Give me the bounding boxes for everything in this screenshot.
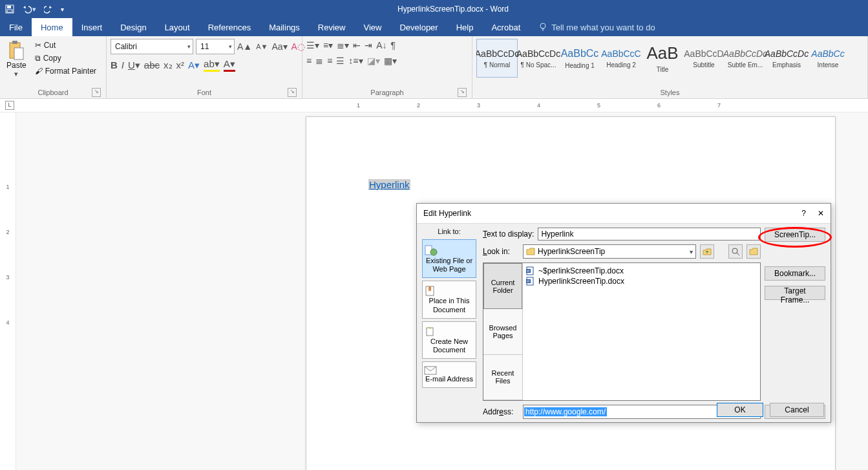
- clipboard-dialog-launcher[interactable]: ↘: [92, 88, 101, 97]
- italic-button[interactable]: I: [122, 59, 124, 70]
- redo-icon[interactable]: [44, 5, 53, 14]
- style-preview: AaBbCcC: [601, 48, 640, 59]
- justify-button[interactable]: ☰: [336, 56, 344, 66]
- svg-rect-8: [14, 48, 23, 59]
- copy-icon: ⧉: [35, 54, 41, 63]
- link-to-email-address[interactable]: E-mail Address: [422, 361, 476, 388]
- shading-button[interactable]: ◪▾: [367, 56, 380, 66]
- bullets-button[interactable]: ☰▾: [306, 40, 319, 50]
- tab-home[interactable]: Home: [32, 18, 72, 36]
- tab-references[interactable]: References: [199, 18, 260, 36]
- vertical-ruler[interactable]: 1 2 3 4: [0, 112, 16, 470]
- style-name: Emphasis: [772, 61, 801, 69]
- superscript-button[interactable]: x²: [176, 59, 185, 70]
- up-one-level-button[interactable]: [700, 244, 714, 259]
- tab-layout[interactable]: Layout: [156, 18, 199, 36]
- style-preview: AaBbCcDc: [516, 48, 560, 59]
- undo-icon[interactable]: ▾: [22, 5, 36, 14]
- style-name: ¶ Normal: [484, 61, 510, 69]
- tab-review[interactable]: Review: [309, 18, 355, 36]
- tell-me-search[interactable]: Tell me what you want to do: [529, 18, 664, 36]
- tab-selector[interactable]: L: [5, 101, 14, 110]
- browse-web-button[interactable]: [728, 244, 743, 259]
- highlight-button[interactable]: ab▾: [204, 58, 220, 72]
- tab-mailings[interactable]: Mailings: [260, 18, 309, 36]
- style-item[interactable]: AaBbCcDc¶ Normal: [476, 39, 518, 78]
- ok-button[interactable]: OK: [717, 403, 763, 417]
- paste-button[interactable]: Paste ▾: [4, 39, 29, 80]
- borders-button[interactable]: ▦▾: [384, 56, 397, 66]
- grow-font-button[interactable]: A▲: [237, 41, 252, 52]
- hyperlink-in-document[interactable]: Hyperlink: [368, 179, 410, 190]
- browsed-pages-tab[interactable]: Browsed Pages: [483, 309, 522, 354]
- format-painter-button[interactable]: 🖌 Format Painter: [33, 66, 98, 76]
- font-color-button[interactable]: A▾: [224, 58, 235, 72]
- look-in-combo[interactable]: HyperlinkScreenTip ▾: [523, 244, 696, 259]
- text-effects-button[interactable]: A▾: [188, 59, 200, 71]
- align-right-button[interactable]: ≡: [327, 56, 332, 66]
- shrink-font-button[interactable]: A▼: [256, 43, 268, 50]
- style-item[interactable]: AaBbCcDcEmphasis: [766, 39, 807, 78]
- change-case-button[interactable]: Aa▾: [271, 41, 287, 52]
- show-hide-button[interactable]: ¶: [391, 40, 396, 50]
- multilevel-list-button[interactable]: ≣▾: [337, 40, 349, 50]
- tab-insert[interactable]: Insert: [72, 18, 112, 36]
- line-spacing-button[interactable]: ↕≡▾: [348, 56, 363, 66]
- link-to-place-in-document[interactable]: Place in This Document: [422, 281, 476, 318]
- decrease-indent-button[interactable]: ⇤: [353, 40, 361, 50]
- style-preview: AaBbCcDc: [723, 48, 767, 59]
- dialog-help-button[interactable]: ?: [801, 209, 806, 218]
- tab-file[interactable]: File: [0, 18, 32, 36]
- underline-button[interactable]: U▾: [128, 59, 140, 71]
- font-size-combo[interactable]: 11: [196, 39, 235, 54]
- style-item[interactable]: AaBbCcDc¶ No Spac...: [518, 39, 559, 78]
- current-folder-tab[interactable]: Current Folder: [483, 263, 522, 309]
- word-doc-icon: W: [525, 266, 535, 275]
- style-preview: AaBbCcDc: [476, 48, 519, 59]
- font-name-combo[interactable]: Calibri: [111, 39, 193, 54]
- recent-files-tab[interactable]: Recent Files: [483, 355, 522, 400]
- link-to-existing-file[interactable]: Existing File or Web Page: [422, 239, 476, 278]
- dialog-close-button[interactable]: ✕: [818, 209, 824, 218]
- align-left-button[interactable]: ≡: [306, 56, 312, 66]
- text-to-display-input[interactable]: [538, 228, 761, 240]
- document-title: HyperlinkScreenTip.docx - Word: [64, 5, 842, 14]
- dialog-title: Edit Hyperlink: [423, 209, 471, 218]
- style-item[interactable]: AaBbCcDcSubtle Em...: [725, 39, 766, 78]
- style-item[interactable]: AaBTitle: [642, 39, 683, 78]
- style-item[interactable]: AaBbCcHeading 1: [559, 39, 600, 78]
- file-list[interactable]: W~$perlinkScreenTip.docxWHyperlinkScreen…: [523, 263, 760, 400]
- strikethrough-button[interactable]: abc: [144, 59, 160, 70]
- sort-button[interactable]: A↓: [376, 40, 386, 50]
- tab-design[interactable]: Design: [111, 18, 155, 36]
- style-item[interactable]: AaBbCcDSubtitle: [683, 39, 725, 78]
- bold-button[interactable]: B: [111, 59, 118, 70]
- align-center-button[interactable]: ≣: [315, 56, 323, 66]
- horizontal-ruler[interactable]: L 1 2 3 4 5 6 7: [0, 99, 868, 112]
- file-list-item[interactable]: WHyperlinkScreenTip.docx: [525, 276, 757, 286]
- browse-file-button[interactable]: [746, 244, 761, 259]
- target-frame-button[interactable]: Target Frame...: [765, 286, 825, 300]
- subscript-button[interactable]: x₂: [164, 59, 173, 71]
- paragraph-dialog-launcher[interactable]: ↘: [458, 88, 467, 97]
- style-item[interactable]: AaBbCcCHeading 2: [600, 39, 642, 78]
- tab-help[interactable]: Help: [447, 18, 483, 36]
- envelope-icon: [424, 366, 474, 375]
- bookmark-button[interactable]: Bookmark...: [765, 266, 825, 281]
- cut-button[interactable]: ✂ Cut: [33, 40, 98, 50]
- styles-gallery[interactable]: AaBbCcDc¶ NormalAaBbCcDc¶ No Spac...AaBb…: [476, 39, 849, 78]
- screentip-button[interactable]: ScreenTip...: [765, 228, 825, 242]
- svg-point-3: [540, 23, 545, 28]
- style-item[interactable]: AaBbCcIntense: [807, 39, 849, 78]
- link-to-create-new-document[interactable]: Create New Document: [422, 321, 476, 359]
- save-icon[interactable]: [5, 5, 14, 14]
- numbering-button[interactable]: ≡▾: [323, 40, 333, 50]
- copy-button[interactable]: ⧉ Copy: [33, 53, 98, 63]
- font-dialog-launcher[interactable]: ↘: [288, 88, 297, 97]
- tab-acrobat[interactable]: Acrobat: [482, 18, 529, 36]
- tab-view[interactable]: View: [354, 18, 390, 36]
- increase-indent-button[interactable]: ⇥: [365, 40, 372, 50]
- tab-developer[interactable]: Developer: [390, 18, 447, 36]
- cancel-button[interactable]: Cancel: [770, 403, 824, 417]
- file-list-item[interactable]: W~$perlinkScreenTip.docx: [525, 266, 757, 276]
